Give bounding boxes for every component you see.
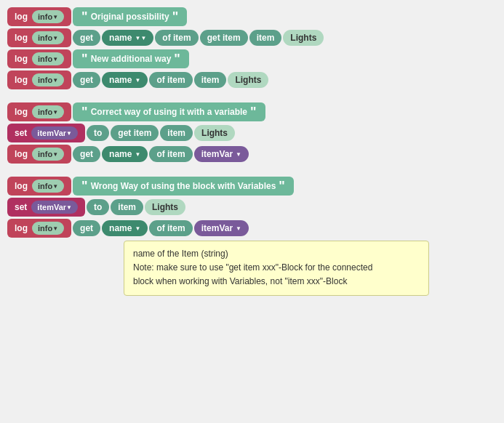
- quote-open: ": [81, 10, 88, 23]
- name-dropdown-2[interactable]: name ▼: [102, 72, 148, 88]
- itemvar-dropdown-2[interactable]: itemVar ▼: [194, 146, 249, 162]
- get-item-text: get item: [118, 128, 151, 138]
- log-label: log: [15, 75, 28, 85]
- get-block-4[interactable]: get: [73, 220, 100, 236]
- of-item-label-3: of item: [149, 146, 192, 162]
- name-label: name: [109, 149, 132, 159]
- quote-open: ": [81, 180, 88, 193]
- log-label: log: [15, 54, 28, 64]
- itemvar-text: itemVar: [201, 223, 233, 233]
- itemvar-arrow: ▼: [236, 225, 241, 232]
- item-text: item: [118, 202, 136, 212]
- lights-text: Lights: [201, 128, 228, 138]
- log-block-4[interactable]: log info: [7, 70, 71, 89]
- name-dropdown[interactable]: name ▼: [102, 30, 153, 46]
- quote-close: ": [279, 180, 285, 193]
- itemvar-dropdown-3[interactable]: itemVar: [31, 201, 78, 214]
- lights-block-2[interactable]: Lights: [228, 72, 268, 88]
- lights-block-4[interactable]: Lights: [145, 199, 185, 215]
- row-log-get-name-get-item: log info get name ▼ of item get item ite…: [7, 28, 497, 47]
- item-label-block-3: item: [160, 125, 193, 141]
- get-block-2[interactable]: get: [73, 72, 100, 88]
- set-block-2[interactable]: set itemVar: [7, 198, 85, 217]
- of-item-label: of item: [155, 30, 198, 46]
- to-text: to: [94, 128, 102, 138]
- lights-text: Lights: [235, 75, 261, 85]
- itemvar-dropdown-4[interactable]: itemVar ▼: [194, 220, 249, 236]
- get-block-3[interactable]: get: [73, 146, 100, 162]
- string-text: New additional way: [91, 54, 172, 64]
- get-item-block[interactable]: get item: [200, 30, 248, 46]
- log-block-7[interactable]: log info: [7, 177, 71, 196]
- row-set-itemvar-get-item: set itemVar to get item item Lights: [7, 124, 497, 142]
- info-dropdown-4[interactable]: info: [32, 73, 64, 86]
- log-label: log: [15, 33, 28, 43]
- set-block[interactable]: set itemVar: [7, 124, 85, 142]
- tooltip-line3: block when working with Variables, not "…: [133, 275, 420, 289]
- string-text: Correct way of using it with a variable: [91, 107, 247, 117]
- log-block-5[interactable]: log info: [7, 102, 71, 121]
- lights-block-3[interactable]: Lights: [194, 125, 235, 141]
- log-label: log: [15, 223, 28, 233]
- itemvar-text: itemVar: [201, 149, 233, 159]
- string-block-wrong: " Wrong Way of using the block with Vari…: [73, 177, 294, 196]
- info-dropdown-3[interactable]: info: [32, 52, 64, 65]
- info-dropdown-8[interactable]: info: [32, 222, 64, 235]
- string-block-original: " Original possibility ": [73, 7, 187, 26]
- info-dropdown[interactable]: info: [32, 10, 64, 23]
- item-label-block: item: [249, 30, 282, 46]
- of-item-text: of item: [162, 33, 191, 43]
- log-label: log: [15, 12, 28, 22]
- tooltip-line2: Note: make sure to use "get item xxx"-Bl…: [133, 261, 420, 275]
- info-dropdown-6[interactable]: info: [32, 148, 64, 161]
- item-label-block-4: item: [111, 199, 143, 215]
- quote-close: ": [174, 52, 180, 65]
- of-item-text: of item: [156, 223, 185, 233]
- to-label: to: [87, 125, 109, 141]
- get-label: get: [80, 75, 93, 85]
- item-text: item: [201, 75, 220, 85]
- log-block[interactable]: log info: [7, 7, 71, 26]
- lights-block[interactable]: Lights: [283, 30, 324, 46]
- row-log-get-name-itemvar: log info get name ▼ of item itemVar ▼: [7, 145, 497, 164]
- row-log-get-name-itemvar-2: log info get name ▼ of item itemVar ▼: [7, 219, 497, 238]
- info-dropdown-7[interactable]: info: [32, 180, 64, 193]
- string-text: Wrong Way of using the block with Variab…: [91, 181, 276, 191]
- log-block-6[interactable]: log info: [7, 145, 71, 164]
- name-arrow: ▼: [135, 225, 140, 232]
- to-label-2: to: [87, 199, 109, 215]
- itemvar-dropdown[interactable]: itemVar: [31, 126, 78, 140]
- row-log-wrong-way: log info " Wrong Way of using the block …: [7, 177, 497, 196]
- quote-open: ": [81, 52, 88, 65]
- of-item-label-2: of item: [149, 72, 192, 88]
- section-1: log info " Original possibility " log in…: [7, 7, 497, 89]
- name-dropdown-4[interactable]: name ▼: [102, 220, 148, 236]
- get-label: get: [80, 223, 93, 233]
- set-label: set: [15, 128, 27, 138]
- quote-open: ": [81, 105, 88, 118]
- lights-text: Lights: [152, 202, 178, 212]
- string-text: Original possibility: [91, 12, 169, 22]
- get-item-block-2[interactable]: get item: [111, 125, 159, 141]
- get-label: get: [80, 149, 93, 159]
- tooltip-line1: name of the Item (string): [133, 247, 420, 261]
- info-dropdown-2[interactable]: info: [32, 31, 64, 44]
- section-3: log info " Wrong Way of using the block …: [7, 177, 497, 296]
- log-block-3[interactable]: log info: [7, 49, 71, 68]
- itemvar-arrow: ▼: [236, 151, 241, 158]
- tooltip-box: name of the Item (string) Note: make sur…: [124, 241, 429, 296]
- name-arrow: ▼: [135, 151, 140, 158]
- log-block-8[interactable]: log info: [7, 219, 71, 238]
- section-2: log info " Correct way of using it with …: [7, 102, 497, 164]
- info-dropdown-5[interactable]: info: [32, 105, 64, 118]
- name-arrow: ▼: [135, 35, 140, 41]
- get-item-text: get item: [207, 33, 241, 43]
- name-label: name: [109, 75, 132, 85]
- item-label-block-2: item: [194, 72, 227, 88]
- string-block-correct: " Correct way of using it with a variabl…: [73, 102, 265, 121]
- name-label: name: [109, 33, 132, 43]
- of-item-text: of item: [156, 149, 185, 159]
- name-dropdown-3[interactable]: name ▼: [102, 146, 148, 162]
- get-block[interactable]: get: [73, 30, 100, 46]
- log-block-2[interactable]: log info: [7, 28, 71, 47]
